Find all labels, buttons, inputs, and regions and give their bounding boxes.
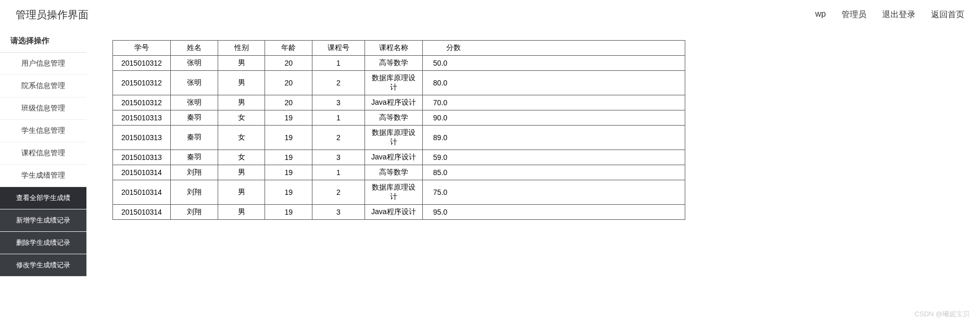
cell-course_name: 数据库原理设计 <box>365 180 422 205</box>
sidebar-item-department-info[interactable]: 院系信息管理 <box>0 75 86 97</box>
nav-user[interactable]: wp <box>815 9 826 20</box>
cell-course_name: Java程序设计 <box>365 95 422 110</box>
cell-age: 20 <box>265 95 312 110</box>
cell-age: 19 <box>265 165 312 180</box>
cell-course_name: 数据库原理设计 <box>365 71 422 95</box>
sidebar-subitem-edit-grade[interactable]: 修改学生成绩记录 <box>0 254 86 277</box>
cell-name: 秦羽 <box>170 110 218 126</box>
cell-name: 秦羽 <box>170 126 218 150</box>
cell-course_id: 3 <box>312 150 365 165</box>
table-row: 2015010314刘翔男192数据库原理设计75.0 <box>113 180 685 205</box>
table-row: 2015010314刘翔男193Java程序设计95.0 <box>113 205 685 220</box>
header-nav: wp 管理员 退出登录 返回首页 <box>815 9 964 20</box>
cell-course_name: 高等数学 <box>365 165 422 180</box>
table-row: 2015010314刘翔男191高等数学85.0 <box>113 165 685 180</box>
cell-student_id: 2015010312 <box>113 71 171 95</box>
cell-age: 19 <box>265 150 312 165</box>
cell-gender: 女 <box>218 150 265 165</box>
sidebar-subitem-view-all-grades[interactable]: 查看全部学生成绩 <box>0 187 86 209</box>
cell-age: 20 <box>265 56 312 71</box>
cell-score: 89.0 <box>422 126 685 150</box>
cell-score: 80.0 <box>422 71 685 95</box>
cell-course_id: 2 <box>312 126 365 150</box>
th-course-id: 课程号 <box>312 41 365 56</box>
cell-score: 50.0 <box>422 56 685 71</box>
cell-age: 19 <box>265 110 312 126</box>
cell-student_id: 2015010312 <box>113 56 171 71</box>
cell-student_id: 2015010314 <box>113 180 171 205</box>
cell-age: 20 <box>265 71 312 95</box>
cell-age: 19 <box>265 180 312 205</box>
sidebar: 请选择操作 用户信息管理 院系信息管理 班级信息管理 学生信息管理 课程信息管理… <box>0 30 86 277</box>
cell-course_name: Java程序设计 <box>365 150 422 165</box>
sidebar-item-class-info[interactable]: 班级信息管理 <box>0 97 86 120</box>
cell-course_id: 1 <box>312 56 365 71</box>
sidebar-item-course-info[interactable]: 课程信息管理 <box>0 142 86 165</box>
cell-course_id: 2 <box>312 71 365 95</box>
cell-student_id: 2015010313 <box>113 110 171 126</box>
table-header-row: 学号 姓名 性别 年龄 课程号 课程名称 分数 <box>113 41 685 56</box>
nav-logout[interactable]: 退出登录 <box>882 9 915 20</box>
cell-score: 90.0 <box>422 110 685 126</box>
page-title: 管理员操作界面 <box>16 8 89 22</box>
table-row: 2015010312张明男201高等数学50.0 <box>113 56 685 71</box>
header: 管理员操作界面 wp 管理员 退出登录 返回首页 <box>0 0 980 30</box>
cell-gender: 女 <box>218 126 265 150</box>
cell-student_id: 2015010314 <box>113 165 171 180</box>
table-body: 2015010312张明男201高等数学50.02015010312张明男202… <box>113 56 685 220</box>
cell-score: 85.0 <box>422 165 685 180</box>
th-age: 年龄 <box>265 41 312 56</box>
cell-name: 张明 <box>170 71 218 95</box>
cell-course_id: 3 <box>312 205 365 220</box>
content: 请选择操作 用户信息管理 院系信息管理 班级信息管理 学生信息管理 课程信息管理… <box>0 30 980 277</box>
cell-gender: 男 <box>218 56 265 71</box>
table-row: 2015010312张明男202数据库原理设计80.0 <box>113 71 685 95</box>
cell-name: 刘翔 <box>170 165 218 180</box>
cell-score: 70.0 <box>422 95 685 110</box>
cell-gender: 男 <box>218 71 265 95</box>
cell-name: 张明 <box>170 95 218 110</box>
sidebar-item-student-info[interactable]: 学生信息管理 <box>0 120 86 142</box>
cell-name: 刘翔 <box>170 180 218 205</box>
cell-name: 张明 <box>170 56 218 71</box>
cell-student_id: 2015010313 <box>113 150 171 165</box>
cell-course_id: 1 <box>312 165 365 180</box>
cell-gender: 男 <box>218 95 265 110</box>
th-score: 分数 <box>422 41 685 56</box>
table-row: 2015010313秦羽女191高等数学90.0 <box>113 110 685 126</box>
sidebar-item-grade-mgmt[interactable]: 学生成绩管理 <box>0 165 86 187</box>
cell-name: 刘翔 <box>170 205 218 220</box>
cell-gender: 男 <box>218 180 265 205</box>
main-content: 学号 姓名 性别 年龄 课程号 课程名称 分数 2015010312张明男201… <box>86 30 980 277</box>
sidebar-subitem-add-grade[interactable]: 新增学生成绩记录 <box>0 209 86 232</box>
cell-score: 75.0 <box>422 180 685 205</box>
cell-score: 95.0 <box>422 205 685 220</box>
cell-course_name: 数据库原理设计 <box>365 126 422 150</box>
sidebar-item-user-info[interactable]: 用户信息管理 <box>0 53 86 75</box>
cell-age: 19 <box>265 126 312 150</box>
cell-course_name: 高等数学 <box>365 110 422 126</box>
cell-student_id: 2015010312 <box>113 95 171 110</box>
cell-gender: 男 <box>218 205 265 220</box>
th-student-id: 学号 <box>113 41 171 56</box>
cell-age: 19 <box>265 205 312 220</box>
nav-role[interactable]: 管理员 <box>841 9 866 20</box>
sidebar-header: 请选择操作 <box>0 30 86 53</box>
cell-name: 秦羽 <box>170 150 218 165</box>
cell-course_id: 2 <box>312 180 365 205</box>
table-row: 2015010313秦羽女193Java程序设计59.0 <box>113 150 685 165</box>
th-name: 姓名 <box>170 41 218 56</box>
cell-gender: 男 <box>218 165 265 180</box>
cell-student_id: 2015010313 <box>113 126 171 150</box>
cell-course_name: Java程序设计 <box>365 205 422 220</box>
sidebar-subitem-delete-grade[interactable]: 删除学生成绩记录 <box>0 232 86 254</box>
cell-course_id: 1 <box>312 110 365 126</box>
table-row: 2015010313秦羽女192数据库原理设计89.0 <box>113 126 685 150</box>
grades-table: 学号 姓名 性别 年龄 课程号 课程名称 分数 2015010312张明男201… <box>112 40 685 220</box>
th-gender: 性别 <box>218 41 265 56</box>
cell-course_id: 3 <box>312 95 365 110</box>
nav-home[interactable]: 返回首页 <box>931 9 964 20</box>
th-course-name: 课程名称 <box>365 41 422 56</box>
cell-gender: 女 <box>218 110 265 126</box>
cell-student_id: 2015010314 <box>113 205 171 220</box>
